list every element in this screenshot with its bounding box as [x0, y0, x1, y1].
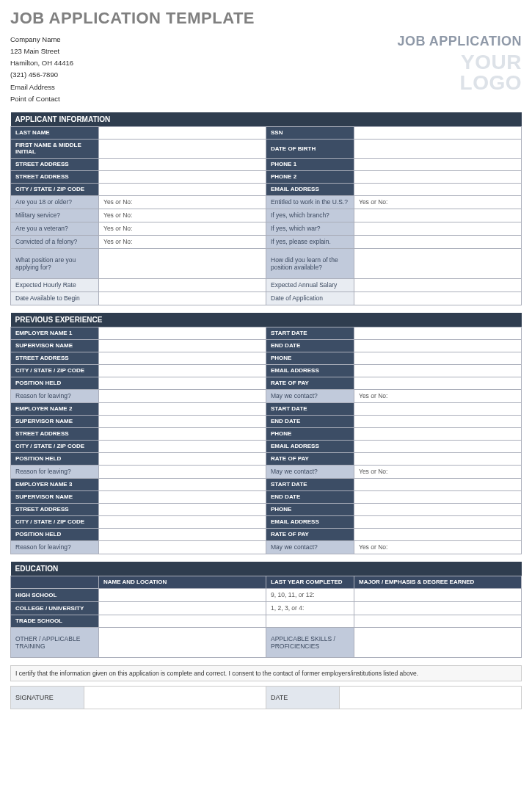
label-trade: TRADE SCHOOL — [11, 615, 99, 627]
input-emp1-pos[interactable] — [99, 377, 266, 389]
label-emp3-phone: PHONE — [266, 503, 354, 515]
label-emp3-rate: RATE OF PAY — [266, 528, 354, 540]
input-emp2-start[interactable] — [354, 402, 522, 415]
input-first-name[interactable] — [99, 139, 266, 158]
input-emp1-start[interactable] — [354, 327, 522, 339]
input-col-year[interactable]: 1, 2, 3, or 4: — [266, 601, 354, 615]
input-emp2-csz[interactable] — [99, 440, 266, 452]
input-date-avail[interactable] — [99, 292, 266, 305]
input-emp2-pos[interactable] — [99, 452, 266, 465]
input-emp1-csz[interactable] — [99, 364, 266, 377]
input-emp1-email[interactable] — [354, 364, 522, 377]
label-street-2: STREET ADDRESS — [11, 170, 99, 183]
input-emp3-csz[interactable] — [99, 515, 266, 528]
label-emp1-pos: POSITION HELD — [11, 377, 99, 389]
label-emp2-name: EMPLOYER NAME 2 — [11, 402, 99, 415]
label-emp2-end: END DATE — [266, 415, 354, 427]
input-q-work-us[interactable]: Yes or No: — [354, 195, 522, 209]
input-skills[interactable] — [354, 627, 522, 657]
input-emp3-reason[interactable] — [99, 540, 266, 554]
input-trade-year[interactable] — [266, 615, 354, 627]
input-emp1-end[interactable] — [354, 339, 522, 352]
input-sig-date[interactable] — [340, 686, 522, 709]
page-title: JOB APPLICATION TEMPLATE — [10, 9, 522, 28]
input-other-training[interactable] — [99, 627, 266, 657]
input-emp1-name[interactable] — [99, 327, 266, 339]
input-trade-name[interactable] — [99, 615, 266, 627]
input-emp3-rate[interactable] — [354, 528, 522, 540]
input-emp3-email[interactable] — [354, 515, 522, 528]
input-emp2-email[interactable] — [354, 440, 522, 452]
input-q-veteran[interactable]: Yes or No: — [99, 222, 266, 235]
input-emp2-reason[interactable] — [99, 465, 266, 478]
label-skills: APPLICABLE SKILLS / PROFICIENCIES — [266, 627, 354, 657]
input-emp2-super[interactable] — [99, 415, 266, 427]
input-phone-1[interactable] — [354, 158, 522, 170]
input-emp3-phone[interactable] — [354, 503, 522, 515]
input-hs-major[interactable] — [354, 588, 522, 601]
input-emp3-name[interactable] — [99, 478, 266, 490]
input-q-learn[interactable] — [354, 248, 522, 278]
input-hs-name[interactable] — [99, 588, 266, 601]
label-sig-date: DATE — [266, 686, 340, 709]
input-q-military[interactable]: Yes or No: — [99, 209, 266, 222]
input-csz[interactable] — [99, 183, 266, 195]
input-signature[interactable] — [84, 686, 266, 709]
input-emp3-end[interactable] — [354, 490, 522, 503]
previous-experience-table: PREVIOUS EXPERIENCE EMPLOYER NAME 1START… — [10, 313, 522, 554]
input-emp2-phone[interactable] — [354, 427, 522, 440]
input-emp2-end[interactable] — [354, 415, 522, 427]
input-hourly[interactable] — [99, 278, 266, 292]
label-emp1-email: EMAIL ADDRESS — [266, 364, 354, 377]
label-emp2-csz: CITY / STATE / ZIP CODE — [11, 440, 99, 452]
input-street-2[interactable] — [99, 170, 266, 183]
label-email: EMAIL ADDRESS — [266, 183, 354, 195]
input-emp3-street[interactable] — [99, 503, 266, 515]
input-emp2-name[interactable] — [99, 402, 266, 415]
input-salary[interactable] — [354, 278, 522, 292]
input-q-position[interactable] — [99, 248, 266, 278]
input-q-explain[interactable] — [354, 235, 522, 248]
label-date-app: Date of Application — [266, 292, 354, 305]
input-emp1-super[interactable] — [99, 339, 266, 352]
input-date-app[interactable] — [354, 292, 522, 305]
input-hs-year[interactable]: 9, 10, 11, or 12: — [266, 588, 354, 601]
input-emp1-contact[interactable]: Yes or No: — [354, 389, 522, 402]
input-emp1-rate[interactable] — [354, 377, 522, 389]
input-q-felony[interactable]: Yes or No: — [99, 235, 266, 248]
section-education-header: EDUCATION — [11, 562, 522, 576]
input-ssn[interactable] — [354, 126, 522, 139]
input-last-name[interactable] — [99, 126, 266, 139]
label-emp1-phone: PHONE — [266, 352, 354, 364]
input-q-branch[interactable] — [354, 209, 522, 222]
input-emp2-street[interactable] — [99, 427, 266, 440]
input-emp3-pos[interactable] — [99, 528, 266, 540]
input-q-18[interactable]: Yes or No: — [99, 195, 266, 209]
input-q-war[interactable] — [354, 222, 522, 235]
input-emp1-phone[interactable] — [354, 352, 522, 364]
input-trade-major[interactable] — [354, 615, 522, 627]
label-emp1-reason: Reason for leaving? — [11, 389, 99, 402]
label-emp1-rate: RATE OF PAY — [266, 377, 354, 389]
input-emp2-contact[interactable]: Yes or No: — [354, 465, 522, 478]
label-emp3-reason: Reason for leaving? — [11, 540, 99, 554]
label-emp2-street: STREET ADDRESS — [11, 427, 99, 440]
input-emp1-reason[interactable] — [99, 389, 266, 402]
input-col-major[interactable] — [354, 601, 522, 615]
input-street-1[interactable] — [99, 158, 266, 170]
certification-text: I certify that the information given on … — [11, 665, 522, 681]
input-emp3-start[interactable] — [354, 478, 522, 490]
input-email[interactable] — [354, 183, 522, 195]
input-emp3-super[interactable] — [99, 490, 266, 503]
input-col-name[interactable] — [99, 601, 266, 615]
label-last-name: LAST NAME — [11, 126, 99, 139]
label-emp2-rate: RATE OF PAY — [266, 452, 354, 465]
label-phone-2: PHONE 2 — [266, 170, 354, 183]
input-emp2-rate[interactable] — [354, 452, 522, 465]
input-emp3-contact[interactable]: Yes or No: — [354, 540, 522, 554]
label-emp1-name: EMPLOYER NAME 1 — [11, 327, 99, 339]
edu-col-year: LAST YEAR COMPLETED — [266, 576, 354, 588]
input-dob[interactable] — [354, 139, 522, 158]
input-emp1-street[interactable] — [99, 352, 266, 364]
input-phone-2[interactable] — [354, 170, 522, 183]
